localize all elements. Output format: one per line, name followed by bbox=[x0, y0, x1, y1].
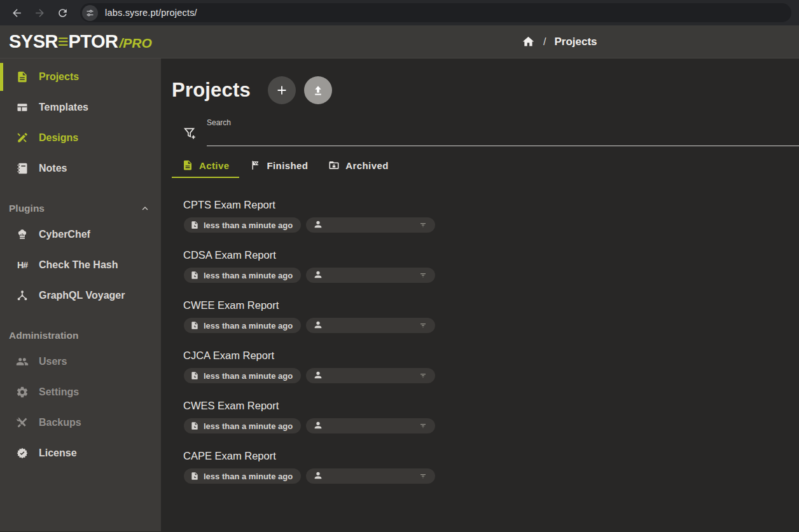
search-input[interactable] bbox=[207, 130, 799, 146]
project-updated-text: less than a minute ago bbox=[204, 472, 293, 481]
main-content: Projects Search Active bbox=[161, 58, 799, 531]
browser-forward-button[interactable] bbox=[28, 2, 51, 24]
sidebar-item-label: CyberChef bbox=[39, 229, 90, 240]
site-info-button[interactable] bbox=[82, 5, 98, 21]
project-title[interactable]: CAPE Exam Report bbox=[183, 450, 799, 462]
license-badge-icon bbox=[15, 446, 29, 460]
app-header: SYSR≡PTOR/PRO / Projects bbox=[0, 25, 799, 58]
person-icon bbox=[313, 470, 323, 482]
file-clock-icon bbox=[190, 472, 199, 481]
file-clock-icon bbox=[190, 271, 199, 280]
tab-archived[interactable]: Archived bbox=[318, 154, 398, 178]
page-title: Projects bbox=[172, 79, 251, 102]
project-members-chip[interactable] bbox=[306, 217, 435, 233]
tab-finished[interactable]: Finished bbox=[239, 154, 318, 178]
filter-plus-icon bbox=[183, 126, 197, 140]
sidebar-item-label: Projects bbox=[39, 71, 79, 83]
sidebar-item-graphql-voyager[interactable]: GraphQL Voyager bbox=[0, 280, 161, 311]
folder-lock-icon bbox=[328, 160, 340, 171]
breadcrumb-home-link[interactable] bbox=[522, 35, 535, 48]
sidebar-item-license[interactable]: License bbox=[0, 438, 161, 468]
project-title[interactable]: CWEE Exam Report bbox=[183, 299, 799, 311]
sidebar-item-check-the-hash[interactable]: H# Check The Hash bbox=[0, 250, 161, 280]
sidebar-item-label: Settings bbox=[39, 386, 79, 398]
sidebar-item-settings[interactable]: Settings bbox=[0, 377, 161, 407]
project-row: CAPE Exam Report less than a minute ago bbox=[172, 450, 799, 484]
project-updated-text: less than a minute ago bbox=[204, 371, 293, 381]
checkered-flag-icon bbox=[249, 160, 261, 171]
sidebar-item-notes[interactable]: Notes bbox=[0, 153, 161, 184]
browser-toolbar: labs.sysre.pt/projects/ bbox=[0, 0, 799, 25]
project-title[interactable]: CPTS Exam Report bbox=[183, 199, 799, 211]
sidebar-item-label: Notes bbox=[39, 163, 67, 174]
file-document-icon bbox=[182, 160, 193, 171]
sidebar-item-label: Backups bbox=[39, 417, 81, 428]
tab-active[interactable]: Active bbox=[172, 154, 239, 178]
sidebar-item-label: License bbox=[39, 447, 77, 459]
filter-add-button[interactable] bbox=[183, 126, 198, 141]
project-members-chip[interactable] bbox=[306, 268, 435, 283]
layout-icon bbox=[15, 100, 29, 114]
users-icon bbox=[15, 355, 29, 369]
project-updated-text: less than a minute ago bbox=[204, 221, 293, 230]
person-icon bbox=[313, 219, 323, 231]
logo-text-2: PTOR bbox=[68, 31, 118, 52]
project-updated-chip: less than a minute ago bbox=[184, 268, 301, 283]
sidebar-item-designs[interactable]: Designs bbox=[0, 123, 161, 153]
filter-lines-icon bbox=[418, 371, 428, 381]
project-tabs: Active Finished Archived bbox=[172, 154, 799, 178]
breadcrumb-current[interactable]: Projects bbox=[554, 36, 597, 48]
project-updated-chip: less than a minute ago bbox=[184, 368, 301, 383]
logo-e-glyph: ≡ bbox=[58, 31, 68, 52]
project-row: CPTS Exam Report less than a minute ago bbox=[172, 199, 799, 233]
create-project-button[interactable] bbox=[268, 76, 296, 104]
project-members-chip[interactable] bbox=[306, 418, 435, 433]
address-bar[interactable]: labs.sysre.pt/projects/ bbox=[80, 3, 791, 22]
project-members-chip[interactable] bbox=[306, 368, 435, 383]
filter-lines-icon bbox=[418, 270, 428, 280]
sidebar-item-templates[interactable]: Templates bbox=[0, 92, 161, 123]
sidebar-section-plugins[interactable]: Plugins bbox=[0, 198, 161, 219]
sidebar-item-cyberchef[interactable]: CyberChef bbox=[0, 219, 161, 250]
tab-label: Finished bbox=[267, 160, 308, 171]
browser-back-button[interactable] bbox=[5, 2, 28, 24]
project-title[interactable]: CJCA Exam Report bbox=[183, 350, 799, 362]
plus-icon bbox=[275, 83, 289, 97]
filter-lines-icon bbox=[418, 320, 428, 331]
site-settings-icon bbox=[85, 8, 95, 18]
project-title[interactable]: CDSA Exam Report bbox=[183, 249, 799, 261]
sidebar-item-backups[interactable]: Backups bbox=[0, 407, 161, 438]
file-clock-icon bbox=[190, 371, 199, 380]
hash-icon: H# bbox=[15, 258, 29, 272]
project-row: CWES Exam Report less than a minute ago bbox=[172, 400, 799, 433]
project-members-chip[interactable] bbox=[306, 468, 435, 484]
notebook-icon bbox=[15, 161, 29, 175]
arrow-right-icon bbox=[34, 7, 46, 19]
project-updated-chip: less than a minute ago bbox=[184, 217, 301, 233]
file-clock-icon bbox=[190, 221, 199, 229]
sidebar-item-projects[interactable]: Projects bbox=[0, 62, 161, 92]
project-members-chip[interactable] bbox=[306, 318, 435, 333]
project-list: CPTS Exam Report less than a minute ago … bbox=[172, 199, 799, 484]
chevron-up-icon bbox=[139, 203, 151, 214]
upload-icon bbox=[311, 83, 325, 97]
tab-label: Active bbox=[199, 160, 229, 171]
person-icon bbox=[313, 370, 323, 382]
person-icon bbox=[313, 420, 323, 432]
sidebar-item-users[interactable]: Users bbox=[0, 346, 161, 377]
project-updated-chip: less than a minute ago bbox=[184, 468, 301, 484]
url-text: labs.sysre.pt/projects/ bbox=[105, 8, 197, 18]
filter-lines-icon bbox=[418, 471, 428, 481]
import-project-button[interactable] bbox=[304, 76, 332, 104]
logo-pro-badge: /PRO bbox=[119, 36, 151, 51]
project-title[interactable]: CWES Exam Report bbox=[183, 400, 799, 412]
sidebar-item-label: Templates bbox=[39, 102, 88, 113]
tools-icon bbox=[15, 416, 29, 430]
search-label: Search bbox=[207, 118, 799, 127]
home-icon bbox=[522, 35, 535, 48]
browser-reload-button[interactable] bbox=[51, 2, 74, 24]
hash-icon-text: H# bbox=[17, 260, 27, 270]
administration-section-label: Administration bbox=[9, 330, 78, 341]
sidebar-item-label: Users bbox=[39, 356, 67, 367]
sysreptor-logo[interactable]: SYSR≡PTOR/PRO bbox=[9, 31, 152, 52]
